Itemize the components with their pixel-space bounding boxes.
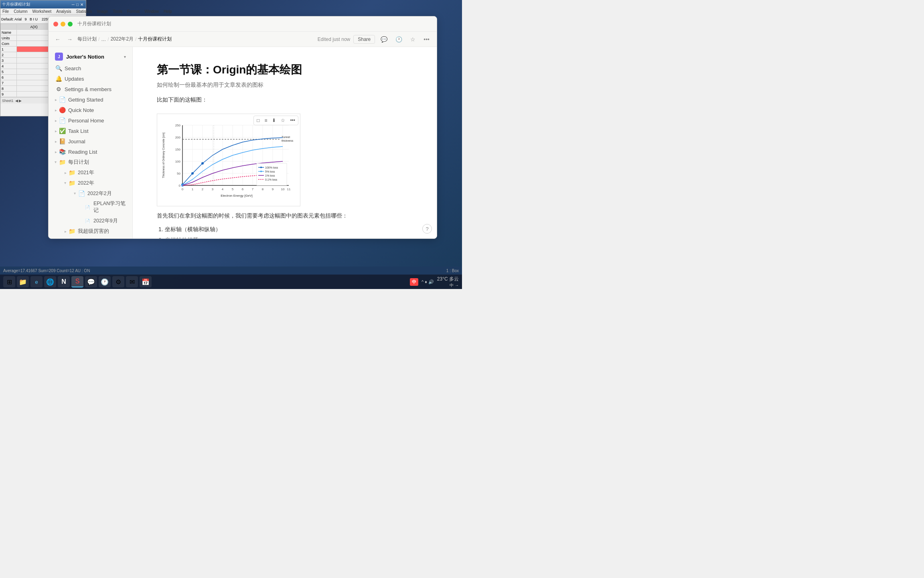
sidebar-item-settings[interactable]: ⚙ Settings & members xyxy=(50,84,131,94)
add-page-plus-icon: + xyxy=(55,238,58,238)
origin-minimize[interactable]: ─ xyxy=(71,2,75,7)
maximize-button[interactable] xyxy=(68,22,73,26)
ime-indicator[interactable]: 中 xyxy=(410,278,418,286)
sidebar-item-journal[interactable]: ▸ 📔 Journal xyxy=(50,136,131,147)
minimize-button[interactable] xyxy=(61,22,65,26)
sidebar-item-2022[interactable]: ▸ 📁 2022年 xyxy=(60,178,131,188)
notion-window: 十月份课程计划 ← → 每日计划 / … / 2022年2月 / 十月份课程计划… xyxy=(48,16,437,239)
sidebar-item-2022-sep[interactable]: 📄 2022年9月 xyxy=(79,216,131,226)
sidebar-item-quick-note[interactable]: ▸ 🔴 Quick Note xyxy=(50,105,131,115)
taskbar-wechat[interactable]: 💬 xyxy=(85,276,97,287)
menu-tools[interactable]: Tools xyxy=(111,9,123,14)
taskbar-notion[interactable]: N xyxy=(58,276,70,287)
sidebar-item-eplan[interactable]: 📄 EPLAN学习笔记 xyxy=(79,199,131,216)
breadcrumb-feb[interactable]: 2022年2月 xyxy=(111,36,134,43)
back-button[interactable]: ← xyxy=(53,35,62,43)
chart-btn-2[interactable]: ≡ xyxy=(262,117,269,124)
origin-maximize[interactable]: □ xyxy=(75,2,79,7)
expand-icon-5: ▸ xyxy=(55,139,57,144)
clock-time: 23°C 多云 xyxy=(437,276,459,283)
sidebar-item-updates[interactable]: 🔔 Updates xyxy=(50,73,131,84)
svg-point-20 xyxy=(260,167,262,168)
expand-icon-6: ▸ xyxy=(55,150,57,154)
close-button[interactable] xyxy=(53,22,58,26)
task-list-icon: ✅ xyxy=(59,127,66,134)
taskbar-edge[interactable]: e xyxy=(30,276,43,287)
chart-btn-3[interactable]: ⬇ xyxy=(270,117,278,124)
add-page-label: Add a page xyxy=(60,238,85,238)
sidebar-label-daily-plan: 每日计划 xyxy=(68,159,126,166)
sidebar-item-daily-plan[interactable]: ▸ 📁 每日计划 xyxy=(50,157,131,167)
chart-btn-1[interactable]: □ xyxy=(255,117,261,124)
body-text: 首先我们在拿到这幅图的时候，我们需要考虑这幅图中的图表元素包括哪些： xyxy=(157,211,413,220)
workspace-arrow-icon: ▾ xyxy=(124,55,126,59)
star-button[interactable]: ☆ xyxy=(408,35,418,43)
breadcrumb-current: 十月份课程计划 xyxy=(138,36,172,43)
comment-button[interactable]: 💬 xyxy=(378,35,390,43)
menu-file[interactable]: File xyxy=(1,9,10,14)
sidebar-label-sep: 2022年9月 xyxy=(93,218,126,224)
chart-intro-text: 比如下面的这幅图： xyxy=(157,95,413,104)
expand-super-icon: ▸ xyxy=(65,229,67,234)
feb-children: 📄 EPLAN学习笔记 📄 2022年9月 xyxy=(68,199,132,226)
sidebar-item-super-reader[interactable]: ▸ 📁 我超级厉害的 xyxy=(60,226,131,236)
history-button[interactable]: 🕐 xyxy=(393,35,405,43)
origin-close[interactable]: ✕ xyxy=(79,2,84,7)
sidebar-item-task-list[interactable]: ▸ ✅ Task List xyxy=(50,126,131,136)
content-area[interactable]: 第一节课：Origin的基本绘图 如何绘制一份最基本的用于文章发表的图标 比如下… xyxy=(133,47,437,238)
eplan-icon: 📄 xyxy=(84,204,91,211)
x-label-1: 1 xyxy=(192,187,194,191)
sidebar-item-search[interactable]: 🔍 Search xyxy=(50,63,131,73)
sidebar-item-2021[interactable]: ▸ 📁 2021年 xyxy=(60,167,131,178)
menu-worksheet[interactable]: Worksheet xyxy=(31,9,53,14)
more-button[interactable]: ••• xyxy=(421,35,432,43)
taskbar-file-explorer[interactable]: 📁 xyxy=(17,276,29,287)
menu-column[interactable]: Column xyxy=(12,9,28,14)
sidebar-item-reading-list[interactable]: ▸ 📚 Reading List xyxy=(50,147,131,157)
start-button[interactable]: ⊞ xyxy=(3,276,15,287)
reading-list-icon: 📚 xyxy=(59,148,66,155)
daily-plan-children: ▸ 📁 2021年 ▸ 📁 2022年 ▸ 📄 2022年2月 xyxy=(49,167,132,236)
window-title: 十月份课程计划 xyxy=(77,20,111,27)
sidebar-label-settings: Settings & members xyxy=(65,86,126,92)
taskbar-chrome[interactable]: 🌐 xyxy=(44,276,56,287)
list-item-1: 1. 坐标轴（横轴和纵轴） xyxy=(157,225,413,234)
x-label-8: 8 xyxy=(262,187,264,191)
year-2022-icon: 📁 xyxy=(68,179,75,187)
workspace-selector[interactable]: J Jorker's Notion ▾ xyxy=(50,50,131,63)
legend-1-text: 1% loss xyxy=(265,174,275,177)
chart-container: □ ≡ ⬇ ☆ ••• xyxy=(157,114,300,206)
taskbar-origin[interactable]: S xyxy=(71,276,83,287)
sheet-tab[interactable]: Sheet1 xyxy=(2,99,14,103)
add-page-button[interactable]: + Add a page xyxy=(50,236,131,238)
taskbar-clock-app[interactable]: 🕐 xyxy=(99,276,111,287)
chart-btn-4[interactable]: ☆ xyxy=(279,117,287,124)
x-label-10: 10 xyxy=(281,187,285,191)
sidebar-label-search: Search xyxy=(65,65,126,71)
y-label-100: 100 xyxy=(175,160,181,163)
origin-titlebar: 十月份课程计划 ─ □ ✕ xyxy=(0,0,86,8)
breadcrumb-ellipsis[interactable]: … xyxy=(101,37,106,42)
sidebar-item-getting-started[interactable]: ▸ 📄 Getting Started xyxy=(50,94,131,105)
taskbar-clock[interactable]: 23°C 多云 中 → xyxy=(437,276,459,288)
sidebar-item-personal-home[interactable]: ▸ 📄 Personal Home xyxy=(50,115,131,126)
menu-image[interactable]: Image xyxy=(95,9,109,14)
chart-btn-more[interactable]: ••• xyxy=(288,117,297,124)
forward-button[interactable]: → xyxy=(65,35,74,43)
menu-format[interactable]: Format xyxy=(126,9,141,14)
menu-help[interactable]: Help xyxy=(162,9,173,14)
breadcrumb-daily[interactable]: 每日计划 xyxy=(77,36,97,43)
sidebar-label-2022: 2022年 xyxy=(78,180,126,187)
x-label-5: 5 xyxy=(232,187,234,191)
help-button[interactable]: ? xyxy=(422,224,432,234)
sidebar-item-2022-feb[interactable]: ▸ 📄 2022年2月 xyxy=(69,188,131,199)
taskbar-settings[interactable]: ⚙ xyxy=(112,276,124,287)
y-axis-label: Thickness of Ordinary Concrete [cm] xyxy=(162,132,165,178)
menu-analysis[interactable]: Analysis xyxy=(55,9,72,14)
taskbar-mail[interactable]: ✉ xyxy=(126,276,138,287)
share-button[interactable]: Share xyxy=(353,35,375,44)
menu-statistics[interactable]: Statistics xyxy=(75,9,93,14)
taskbar-calendar[interactable]: 📅 xyxy=(140,276,152,287)
menu-window[interactable]: Window xyxy=(143,9,160,14)
expand-icon-4: ▸ xyxy=(55,129,57,133)
